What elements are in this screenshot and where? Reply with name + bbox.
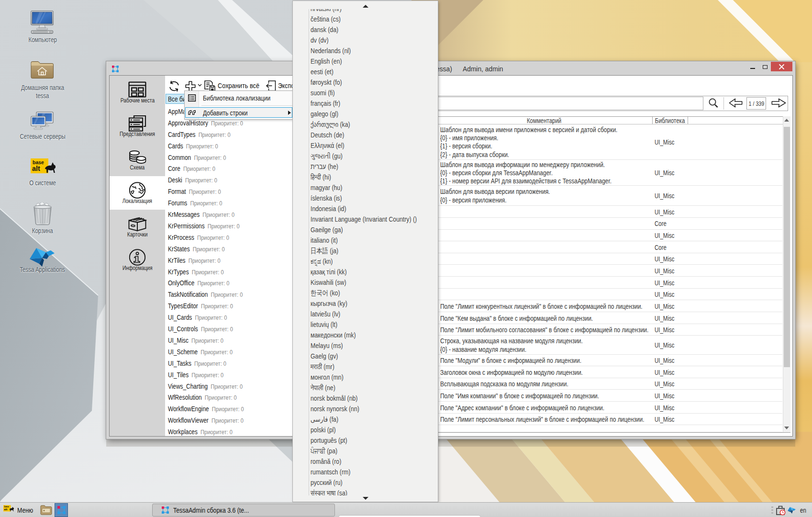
svg-text:alt: alt: [32, 165, 40, 172]
svg-text:alt: alt: [4, 507, 7, 511]
